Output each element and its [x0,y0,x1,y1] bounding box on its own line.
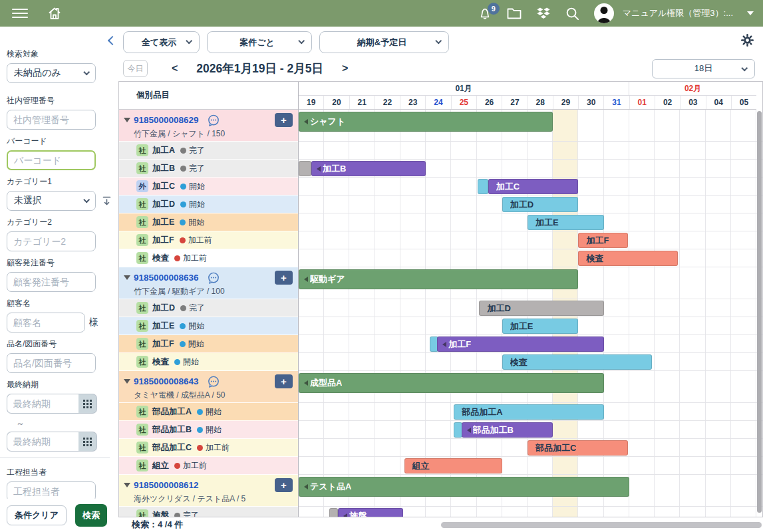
item-number-link[interactable]: 9185000008636 [134,273,199,283]
user-menu-caret-icon[interactable] [747,11,754,15]
process-row[interactable]: 社部品加工B開始 [119,421,298,439]
chart-process-row: 加工D [299,196,762,213]
collapse-triangle-icon[interactable] [124,275,130,280]
add-process-button[interactable]: + [275,271,293,285]
process-row[interactable]: 社組立加工前 [119,457,298,475]
gantt-bar[interactable]: テスト品A [299,477,629,497]
gantt-bar[interactable]: 成型品A [299,373,604,393]
gantt-bar[interactable]: 組立 [404,458,502,473]
gantt-bar[interactable]: 加工F [578,233,628,248]
chart-process-row: 加工E [299,317,762,335]
today-button[interactable]: 今日 [123,60,148,77]
filter-button-3[interactable]: 納期&予定日 [319,31,449,53]
due-date-to-input[interactable] [7,432,78,452]
process-row[interactable]: 社検査開始 [119,353,298,371]
process-row[interactable]: 外加工C開始 [119,178,298,196]
process-row[interactable]: 社加工F開始 [119,335,298,353]
chat-bubble-icon[interactable] [207,271,220,285]
collapse-triangle-icon[interactable] [124,483,130,487]
calendar-grid-icon[interactable] [78,394,97,414]
gantt-bar[interactable]: 加工C [488,179,579,194]
customer-name-input[interactable] [7,313,85,332]
process-row[interactable]: 社検査加工前 [119,249,298,267]
add-process-button[interactable]: + [275,478,293,492]
continues-left-icon [464,428,471,433]
process-row[interactable]: 社加工B完了 [119,160,298,178]
search-icon[interactable] [565,6,580,21]
gantt-bar[interactable]: 部品加工B [462,422,553,438]
gantt-bar[interactable] [329,508,338,517]
process-row[interactable]: 社部品加工C加工前 [119,439,298,457]
department-badge: 社 [136,460,148,471]
chart-process-row: 加工E [299,213,762,231]
gantt-bar[interactable]: 検査 [502,354,653,370]
process-row[interactable]: 社部品加工A開始 [119,403,298,421]
filter-button-2[interactable]: 案件ごと [207,31,312,53]
process-row[interactable]: 社加工F加工前 [119,231,298,249]
gantt-bar[interactable]: シャフト [299,112,553,132]
process-status: 開始 [189,181,205,192]
avatar[interactable] [594,3,614,23]
vertical-scrollbar[interactable] [757,111,762,513]
prev-period-icon[interactable]: < [168,63,182,74]
clear-conditions-button[interactable]: 条件クリア [7,505,67,525]
day-header: 24 [426,96,451,109]
dropbox-icon[interactable] [536,6,551,21]
category2-input[interactable] [7,231,96,251]
item-drawing-number-input[interactable] [7,353,96,373]
gantt-bar[interactable]: 加工D [502,197,579,212]
calendar-grid-icon[interactable] [78,432,97,452]
process-row[interactable]: 社加工D完了 [119,299,298,317]
due-date-from-input[interactable] [7,394,78,414]
category1-select[interactable]: 未選択 [7,191,96,211]
item-group-header[interactable]: 9185000008612+海外ツクリダス / テスト品A / 5 [119,475,298,507]
gantt-bar[interactable]: 駆動ギア [299,269,578,289]
customer-order-number-input[interactable] [7,272,96,292]
insert-down-icon[interactable] [102,196,112,206]
process-row[interactable]: 社加工E開始 [119,317,298,335]
process-row[interactable]: 社加工D開始 [119,196,298,213]
field-label: カテゴリー1 [7,176,118,188]
add-process-button[interactable]: + [275,113,293,127]
folder-icon[interactable] [506,6,522,21]
process-row[interactable]: 社施盤完了 [119,507,298,517]
gantt-bar[interactable]: 加工F [437,336,603,352]
field-label: 社内管理番号 [7,95,118,106]
chat-bubble-icon[interactable] [207,114,220,127]
internal-number-input[interactable] [7,110,96,130]
notifications-bell-icon[interactable]: 9 [478,6,492,21]
menu-icon[interactable] [12,9,28,18]
item-number-link[interactable]: 9185000008643 [134,376,199,386]
gantt-bar[interactable]: 加工E [502,319,579,334]
gantt-bar[interactable]: 加工E [528,215,604,230]
settings-gear-icon[interactable] [741,34,754,47]
next-period-icon[interactable]: > [338,63,352,74]
collapse-triangle-icon[interactable] [124,118,130,122]
item-group-header[interactable]: 9185000008636+竹下金属 / 駆動ギア / 100 [119,267,298,299]
gantt-bar[interactable]: 検査 [578,251,677,266]
gantt-bar[interactable] [478,179,488,194]
item-group-header[interactable]: 9185000008643+タミヤ電機 / 成型品A / 50 [119,371,298,403]
barcode-input[interactable] [7,150,96,170]
search-target-select[interactable]: 未納品のみ [7,63,96,83]
department-badge: 社 [136,144,148,156]
range-select[interactable]: 18日 [652,59,755,78]
gantt-bar[interactable]: 部品加工A [454,404,604,420]
add-process-button[interactable]: + [275,374,293,388]
collapse-triangle-icon[interactable] [124,379,130,384]
gantt-bar[interactable]: 加工B [311,161,426,176]
gantt-bar[interactable]: 施盤 [338,508,402,517]
filter-button-1[interactable]: 全て表示 [123,31,200,53]
chat-bubble-icon[interactable] [207,375,220,388]
home-icon[interactable] [47,5,63,21]
item-number-link[interactable]: 9185000008629 [134,115,199,125]
item-group-header[interactable]: 9185000008629+竹下金属 / シャフト / 150 [119,110,298,142]
gantt-bar[interactable] [299,161,311,176]
process-row[interactable]: 社加工A完了 [119,142,298,160]
gantt-bar[interactable]: 加工D [479,301,603,316]
process-row[interactable]: 社加工E開始 [119,213,298,231]
search-button[interactable]: 検索 [75,504,107,527]
gantt-bar[interactable]: 部品加工C [528,440,628,456]
horizontal-scrollbar[interactable] [441,522,762,528]
item-number-link[interactable]: 9185000008612 [134,480,199,490]
